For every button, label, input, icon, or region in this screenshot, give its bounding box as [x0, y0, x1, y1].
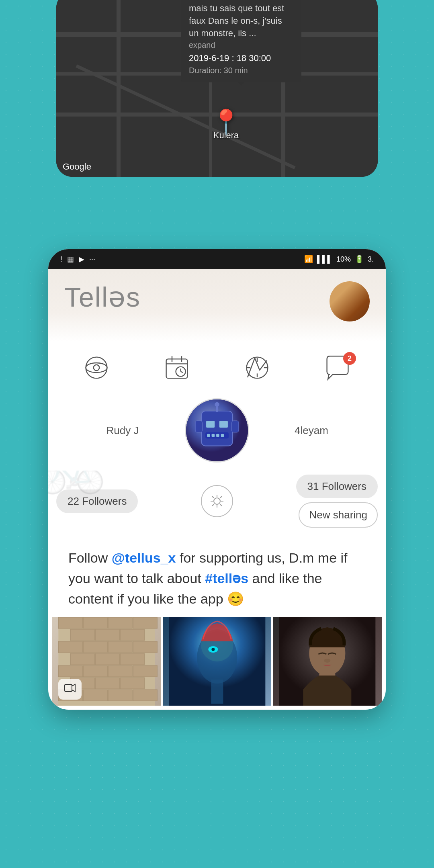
- portrait-image: [273, 617, 382, 706]
- map-tooltip: mais tu sais que tout est faux Dans le o…: [181, 0, 301, 82]
- svg-rect-46: [83, 641, 107, 653]
- svg-point-1: [94, 365, 99, 371]
- map-container: mais tu sais que tout est faux Dans le o…: [56, 0, 378, 177]
- svg-rect-43: [95, 629, 119, 641]
- svg-rect-45: [58, 641, 82, 653]
- svg-rect-57: [95, 678, 119, 689]
- svg-point-72: [324, 659, 331, 663]
- caption-prefix: Follow: [68, 550, 112, 565]
- nav-orbit-button[interactable]: [72, 350, 121, 386]
- svg-rect-62: [133, 690, 157, 701]
- svg-rect-40: [108, 617, 132, 628]
- robot-avatar-svg: [186, 399, 248, 461]
- svg-rect-48: [133, 641, 157, 653]
- face-art-image: [163, 617, 272, 706]
- followers-left-pill[interactable]: 22 Followers: [56, 489, 138, 513]
- followers-right-pill[interactable]: 31 Followers: [296, 475, 378, 498]
- tooltip-text: mais tu sais que tout est faux Dans le o…: [189, 2, 293, 39]
- orbit-icon: [82, 353, 111, 382]
- grid-item-face-art[interactable]: [163, 617, 272, 706]
- svg-rect-63: [65, 684, 72, 692]
- nav-calendar-button[interactable]: [153, 350, 201, 386]
- tooltip-duration: Duration: 30 min: [189, 65, 293, 76]
- profile-center-avatar[interactable]: [185, 398, 249, 463]
- status-bar: ! ▦ ▶ ··· 📶 ▌▌▌ 10% 🔋 3.: [48, 249, 386, 269]
- map-phone: mais tu sais que tout est faux Dans le o…: [56, 0, 378, 177]
- chat-badge: 2: [343, 352, 356, 365]
- signal-icon: ▌▌▌: [317, 255, 332, 264]
- profile-name-right: 4leyam: [249, 424, 374, 437]
- separator: [0, 185, 434, 249]
- svg-point-2: [86, 363, 107, 373]
- map-pin: 📍 Kulera: [211, 110, 241, 141]
- svg-line-35: [220, 496, 222, 498]
- svg-rect-54: [108, 665, 132, 677]
- caption-hashtag[interactable]: #telləs: [205, 571, 248, 586]
- svg-rect-22: [216, 434, 219, 437]
- svg-point-28: [214, 498, 220, 504]
- svg-rect-51: [120, 653, 144, 665]
- svg-point-0: [86, 357, 107, 379]
- svg-rect-53: [83, 665, 107, 677]
- caption-section: Follow @tellus_x for supporting us, D.m …: [48, 536, 386, 617]
- svg-rect-27: [232, 421, 239, 432]
- avatar-image: [330, 281, 370, 321]
- status-right: 📶 ▌▌▌ 10% 🔋 3.: [304, 255, 374, 264]
- svg-rect-38: [58, 617, 82, 628]
- right-pills-container: 31 Followers New sharing: [296, 475, 378, 528]
- gear-icon: [208, 492, 226, 510]
- grid-item-portrait[interactable]: [273, 617, 382, 706]
- svg-point-25: [215, 402, 219, 407]
- icon-nav: 2: [48, 342, 386, 390]
- svg-rect-52: [58, 665, 82, 677]
- svg-rect-58: [120, 678, 144, 689]
- svg-rect-16: [202, 411, 233, 446]
- notification-icon: !: [60, 255, 62, 264]
- svg-line-36: [212, 504, 214, 506]
- grid-item-video[interactable]: [52, 617, 161, 706]
- nav-chat-button[interactable]: 2: [313, 350, 362, 386]
- google-watermark: Google: [63, 162, 91, 172]
- app-title: Telləs: [64, 281, 141, 313]
- svg-rect-47: [108, 641, 132, 653]
- more-icon: ···: [89, 255, 95, 264]
- svg-rect-60: [83, 690, 107, 701]
- follower-section: 22 Followers 31: [48, 471, 386, 536]
- calendar-clock-icon: [162, 353, 191, 382]
- image-grid: [52, 617, 382, 706]
- svg-rect-21: [212, 434, 215, 437]
- svg-rect-69: [211, 680, 223, 704]
- video-camera-icon: [64, 682, 76, 694]
- profile-name-left: Rudy J: [60, 424, 185, 437]
- battery-percent: 10%: [336, 255, 351, 264]
- header-avatar[interactable]: [330, 281, 370, 321]
- svg-rect-20: [207, 434, 210, 437]
- expand-link[interactable]: expand: [189, 39, 293, 51]
- compass-map-icon: [243, 353, 272, 382]
- svg-rect-44: [120, 629, 144, 641]
- carrier-text: 3.: [368, 255, 374, 264]
- svg-rect-17: [206, 421, 215, 428]
- caption-mention[interactable]: @tellus_x: [112, 550, 176, 565]
- profile-strip: Rudy J: [48, 390, 386, 471]
- new-sharing-button[interactable]: New sharing: [299, 502, 378, 528]
- play-icon: ▶: [79, 255, 84, 264]
- gear-button[interactable]: [201, 485, 233, 517]
- nav-map-button[interactable]: [233, 350, 281, 386]
- svg-rect-18: [219, 421, 228, 428]
- svg-point-68: [211, 648, 215, 651]
- svg-rect-61: [108, 690, 132, 701]
- svg-rect-50: [95, 653, 119, 665]
- video-overlay-button[interactable]: [58, 679, 82, 700]
- svg-rect-26: [195, 421, 202, 432]
- svg-rect-39: [83, 617, 107, 628]
- svg-rect-49: [70, 653, 94, 665]
- tooltip-date: 2019-6-19 : 18 30:00: [189, 52, 293, 65]
- svg-rect-55: [133, 665, 157, 677]
- tellas-phone: ! ▦ ▶ ··· 📶 ▌▌▌ 10% 🔋 3. Telləs: [48, 249, 386, 710]
- location-pin-icon: 📍: [211, 110, 241, 134]
- robot-avatar-image: [186, 399, 248, 461]
- svg-line-34: [220, 504, 222, 506]
- calendar-status-icon: ▦: [67, 255, 74, 264]
- svg-rect-42: [70, 629, 94, 641]
